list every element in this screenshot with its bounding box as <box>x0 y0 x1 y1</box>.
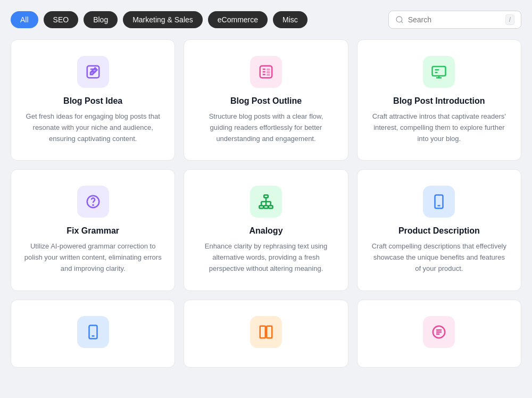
svg-rect-31 <box>267 326 272 338</box>
svg-rect-10 <box>433 67 446 76</box>
svg-rect-8 <box>267 71 270 73</box>
card-blog-post-idea[interactable]: Blog Post IdeaGet fresh ideas for engagi… <box>11 39 175 161</box>
svg-rect-17 <box>264 195 268 198</box>
search-input[interactable] <box>408 15 501 24</box>
filter-btn-ecommerce[interactable]: eCommerce <box>208 11 268 28</box>
card-grid: Blog Post IdeaGet fresh ideas for engagi… <box>11 39 521 368</box>
search-shortcut: / <box>505 14 514 25</box>
search-icon <box>395 15 404 24</box>
card-icon-wrap <box>77 56 109 88</box>
card-partial-1[interactable] <box>11 300 175 368</box>
card-desc: Get fresh ideas for engaging blog posts … <box>24 111 162 144</box>
card-title: Blog Post Outline <box>230 96 302 106</box>
card-product-description[interactable]: Product DescriptionCraft compelling desc… <box>357 169 521 291</box>
svg-rect-20 <box>269 206 273 209</box>
card-icon-wrap <box>77 186 109 218</box>
svg-point-0 <box>396 16 402 22</box>
card-icon-wrap <box>423 56 455 88</box>
svg-rect-18 <box>259 206 263 209</box>
card-icon-wrap <box>250 186 282 218</box>
card-icon-wrap <box>423 316 455 348</box>
card-fix-grammar[interactable]: Fix GrammarUtilize AI-powered grammar co… <box>11 169 175 291</box>
svg-rect-19 <box>264 206 268 209</box>
card-partial-3[interactable] <box>357 300 521 368</box>
svg-rect-9 <box>267 74 270 76</box>
svg-line-1 <box>401 21 403 23</box>
card-icon-wrap <box>250 316 282 348</box>
filter-btn-marketing_&_sales[interactable]: Marketing & Sales <box>123 11 203 28</box>
card-desc: Craft attractive intros that captivate r… <box>370 111 508 144</box>
filter-btn-all[interactable]: All <box>11 11 38 28</box>
card-title: Blog Post Introduction <box>393 96 485 106</box>
filter-btn-misc[interactable]: Misc <box>273 11 307 28</box>
filter-btn-blog[interactable]: Blog <box>84 11 118 28</box>
card-blog-post-introduction[interactable]: Blog Post IntroductionCraft attractive i… <box>357 39 521 161</box>
svg-rect-3 <box>260 66 272 78</box>
card-icon-wrap <box>423 186 455 218</box>
card-blog-post-outline[interactable]: Blog Post OutlineStructure blog posts wi… <box>184 39 348 161</box>
card-desc: Utilize AI-powered grammar correction to… <box>24 241 162 274</box>
card-desc: Structure blog posts with a clear flow, … <box>197 111 335 144</box>
filter-group: AllSEOBlogMarketing & SaleseCommerceMisc <box>11 11 307 28</box>
card-title: Blog Post Idea <box>63 96 122 106</box>
card-desc: Craft compelling descriptions that effec… <box>370 241 508 274</box>
card-title: Product Description <box>398 226 480 236</box>
card-analogy[interactable]: AnalogyEnhance clarity by rephrasing tex… <box>184 169 348 291</box>
svg-rect-30 <box>260 326 265 338</box>
card-icon-wrap <box>77 316 109 348</box>
card-desc: Enhance clarity by rephrasing text using… <box>197 241 335 274</box>
top-bar: AllSEOBlogMarketing & SaleseCommerceMisc… <box>11 11 521 29</box>
svg-rect-7 <box>267 69 270 71</box>
search-box[interactable]: / <box>388 11 521 29</box>
card-title: Fix Grammar <box>66 226 119 236</box>
svg-point-16 <box>93 205 93 205</box>
card-title: Analogy <box>249 226 282 236</box>
card-icon-wrap <box>250 56 282 88</box>
filter-btn-seo[interactable]: SEO <box>44 11 79 28</box>
card-partial-2[interactable] <box>184 300 348 368</box>
